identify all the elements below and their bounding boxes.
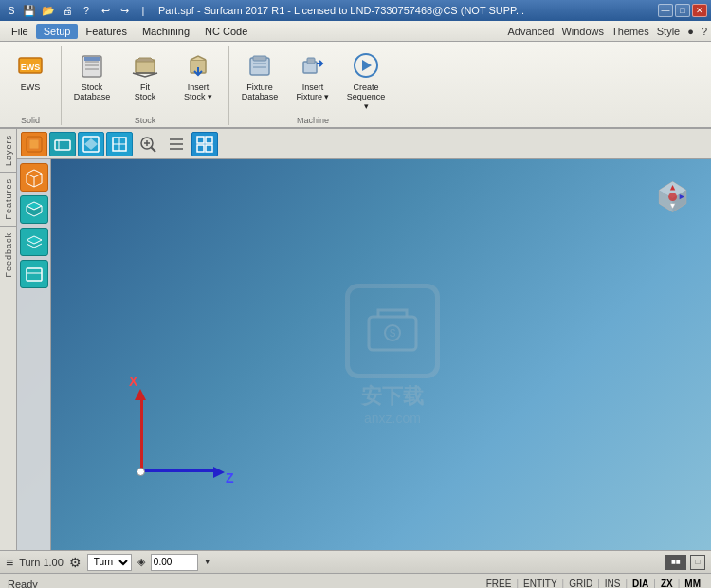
create-sequence-icon: [351, 50, 381, 81]
menu-dot[interactable]: ●: [687, 26, 694, 37]
vp-btn-isometric[interactable]: [106, 132, 133, 156]
svg-text:EWS: EWS: [21, 63, 41, 72]
qa-open[interactable]: 📂: [40, 2, 57, 19]
ribbon-content: EWS EWS Solid: [0, 42, 711, 127]
svg-marker-24: [84, 138, 98, 150]
ribbon-btn-stock-database[interactable]: StockDatabase: [67, 46, 117, 104]
insert-fixture-label: InsertFixture ▾: [296, 83, 329, 101]
svg-rect-37: [206, 145, 212, 152]
lp-btn-layer1[interactable]: [20, 195, 48, 224]
close-button[interactable]: ✕: [692, 4, 707, 17]
ribbon-group-solid: EWS EWS Solid: [6, 46, 62, 125]
status-mm[interactable]: MM: [682, 579, 703, 588]
qa-print[interactable]: 🖨: [59, 2, 76, 19]
insert-stock-label: InsertStock ▾: [184, 83, 212, 101]
vp-btn-top[interactable]: [78, 132, 104, 156]
watermark-sub: anxz.com: [364, 411, 421, 426]
status-left: ≡ Turn 1.00 ⚙ Turn ◈ ▼: [6, 554, 660, 571]
ribbon-group-machine: FixtureDatabase InsertFixture ▾: [235, 46, 396, 125]
menu-machining[interactable]: Machining: [135, 24, 197, 39]
lp-btn-solid[interactable]: [20, 163, 48, 192]
viewport-container: X Z: [17, 129, 711, 550]
menu-bar: File Setup Features Machining NC Code Ad…: [0, 21, 711, 42]
menu-windows[interactable]: Windows: [561, 26, 604, 37]
ribbon-btn-fixture-database[interactable]: FixtureDatabase: [235, 46, 284, 104]
qa-undo[interactable]: ↩: [97, 2, 114, 19]
app-icon: S: [4, 3, 19, 18]
ribbon-group-machine-label: Machine: [235, 114, 391, 125]
offset-dropdown[interactable]: ▼: [204, 558, 211, 566]
menu-right: Advanced Windows Themes Style ● ?: [507, 26, 707, 37]
sidebar-layers-label[interactable]: Layers: [2, 131, 15, 170]
navigation-cube[interactable]: [654, 178, 692, 216]
qa-help[interactable]: ?: [78, 2, 95, 19]
ribbon-group-solid-items: EWS EWS: [6, 46, 55, 114]
status-zx[interactable]: ZX: [658, 579, 676, 588]
ribbon-btn-insert-fixture[interactable]: InsertFixture ▾: [288, 46, 337, 104]
ribbon-btn-fit-stock[interactable]: FitStock: [120, 46, 170, 104]
window-title: Part.spf - Surfcam 2017 R1 - Licensed to…: [158, 5, 524, 16]
minimize-button[interactable]: —: [658, 4, 673, 17]
view-btn-1[interactable]: ■■: [665, 555, 686, 570]
stock-database-icon: [77, 50, 107, 81]
turn-select[interactable]: Turn: [87, 554, 132, 571]
ribbon: EWS EWS Solid: [0, 42, 711, 129]
vp-btn-3d-view[interactable]: [21, 132, 47, 156]
lp-btn-layer3[interactable]: [20, 260, 48, 288]
menu-file[interactable]: File: [4, 24, 36, 39]
menu-setup[interactable]: Setup: [36, 24, 79, 39]
watermark: S 安下载 anxz.com: [345, 284, 440, 426]
title-bar: S 💾 📂 🖨 ? ↩ ↪ | Part.spf - Surfcam 2017 …: [0, 0, 711, 21]
x-axis-label: X: [129, 374, 137, 389]
svg-text:S: S: [390, 328, 396, 339]
maximize-button[interactable]: □: [675, 4, 690, 17]
vp-btn-zoom[interactable]: [135, 132, 161, 156]
svg-rect-21: [55, 140, 70, 150]
sidebar-sep-2: [0, 226, 17, 227]
menu-themes[interactable]: Themes: [611, 26, 649, 37]
menu-advanced[interactable]: Advanced: [507, 26, 554, 37]
machine-icon: ⚙: [69, 555, 82, 570]
fit-stock-label: FitStock: [135, 83, 156, 101]
bottom-status-items: FREE | ENTITY | GRID | INS | DIA | ZX | …: [483, 579, 703, 588]
svg-rect-34: [197, 137, 204, 143]
main-area: Layers Features Feedback: [0, 129, 711, 550]
stock-database-label: StockDatabase: [74, 83, 111, 101]
ews-label: EWS: [21, 83, 41, 92]
status-bar: ≡ Turn 1.00 ⚙ Turn ◈ ▼ ■■ □: [0, 550, 711, 573]
status-ins[interactable]: INS: [602, 579, 624, 588]
sidebar-features-label[interactable]: Features: [2, 175, 15, 224]
qa-save[interactable]: 💾: [21, 2, 38, 19]
svg-rect-16: [307, 58, 315, 64]
menu-question[interactable]: ?: [702, 26, 707, 37]
ews-icon: EWS: [15, 50, 46, 81]
insert-stock-icon: [183, 50, 213, 81]
offset-input[interactable]: [151, 554, 198, 571]
svg-line-28: [152, 147, 156, 152]
vp-btn-grid[interactable]: [191, 132, 218, 156]
menu-style[interactable]: Style: [657, 26, 680, 37]
sidebar-feedback-label[interactable]: Feedback: [2, 229, 15, 282]
menu-nccode[interactable]: NC Code: [197, 24, 255, 39]
menu-features[interactable]: Features: [78, 24, 134, 39]
offset-icon: ◈: [137, 556, 145, 568]
vp-btn-2d[interactable]: [49, 132, 76, 156]
create-sequence-label: CreateSequence ▾: [344, 83, 388, 111]
vp-btn-list[interactable]: [163, 132, 190, 156]
ribbon-btn-create-sequence[interactable]: CreateSequence ▾: [341, 46, 391, 114]
left-sidebar: Layers Features Feedback: [0, 129, 17, 550]
status-grid[interactable]: GRID: [566, 579, 595, 588]
svg-rect-35: [206, 137, 212, 143]
viewport-toolbar: [17, 129, 711, 159]
ribbon-btn-ews[interactable]: EWS EWS: [6, 46, 55, 102]
viewport[interactable]: X Z: [17, 159, 711, 550]
view-btn-2[interactable]: □: [690, 555, 705, 570]
qa-redo[interactable]: ↪: [116, 2, 133, 19]
ribbon-group-stock-label: Stock: [67, 114, 223, 125]
status-free[interactable]: FREE: [483, 579, 515, 588]
status-entity[interactable]: ENTITY: [520, 579, 560, 588]
status-dia[interactable]: DIA: [629, 579, 651, 588]
lp-btn-layer2[interactable]: [20, 228, 48, 256]
bottom-ready-status: Ready: [8, 579, 38, 589]
ribbon-btn-insert-stock[interactable]: InsertStock ▾: [173, 46, 223, 104]
